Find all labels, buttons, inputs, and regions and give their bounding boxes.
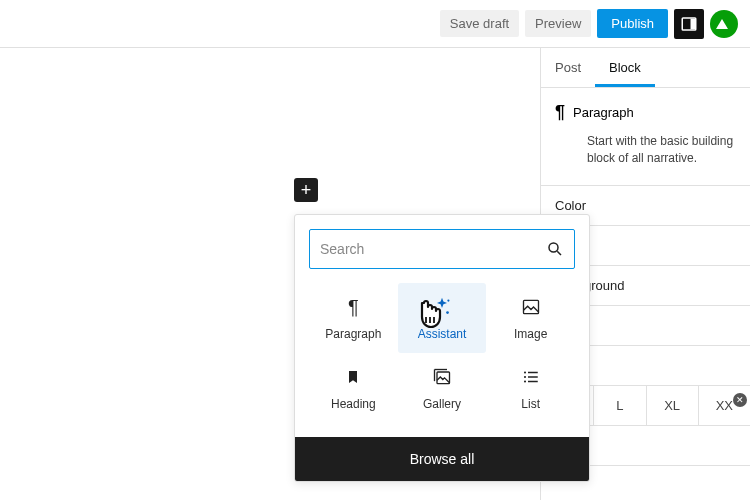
size-l[interactable]: L — [593, 386, 645, 426]
svg-rect-1 — [691, 18, 696, 29]
svg-point-13 — [524, 380, 526, 382]
block-list[interactable]: List — [486, 353, 575, 423]
svg-point-11 — [524, 371, 526, 373]
browse-all-button[interactable]: Browse all — [295, 437, 589, 481]
block-grid: ¶ Paragraph Assistant Image Heading Ga — [295, 283, 589, 437]
search-icon — [546, 240, 564, 258]
svg-point-5 — [446, 311, 449, 314]
preview-button[interactable]: Preview — [525, 10, 591, 37]
jetpack-icon[interactable] — [710, 10, 738, 38]
close-icon[interactable]: ✕ — [733, 393, 747, 407]
block-label: Paragraph — [325, 327, 381, 341]
svg-rect-6 — [523, 300, 538, 313]
block-title: Paragraph — [573, 105, 634, 120]
list-icon — [521, 365, 541, 389]
publish-button[interactable]: Publish — [597, 9, 668, 38]
image-icon — [520, 295, 542, 319]
block-search-input[interactable] — [320, 241, 546, 257]
block-description: Start with the basic building block of a… — [587, 133, 736, 167]
svg-line-3 — [557, 251, 561, 255]
block-label: Heading — [331, 397, 376, 411]
tab-post[interactable]: Post — [541, 48, 595, 87]
block-ai-assistant[interactable]: Assistant — [398, 283, 487, 353]
bookmark-icon — [345, 365, 361, 389]
block-label: Assistant — [418, 327, 467, 341]
svg-point-12 — [524, 376, 526, 378]
save-draft-button[interactable]: Save draft — [440, 10, 519, 37]
block-gallery[interactable]: Gallery — [398, 353, 487, 423]
svg-point-4 — [447, 299, 449, 301]
plus-icon: + — [301, 181, 312, 199]
gallery-icon — [431, 365, 453, 389]
block-info-panel: ¶ Paragraph Start with the basic buildin… — [541, 88, 750, 186]
paragraph-icon: ¶ — [348, 295, 359, 319]
block-inserter-popover: ¶ Paragraph Assistant Image Heading Ga — [294, 214, 590, 482]
search-box — [309, 229, 575, 269]
settings-panel-toggle[interactable] — [674, 9, 704, 39]
block-label: List — [521, 397, 540, 411]
block-paragraph[interactable]: ¶ Paragraph — [309, 283, 398, 353]
paragraph-icon: ¶ — [555, 102, 565, 123]
editor-topbar: Save draft Preview Publish — [0, 0, 750, 48]
block-label: Gallery — [423, 397, 461, 411]
block-heading[interactable]: Heading — [309, 353, 398, 423]
size-xl[interactable]: XL — [646, 386, 698, 426]
add-block-button[interactable]: + — [294, 178, 318, 202]
sidebar-layout-icon — [680, 15, 698, 33]
tab-block[interactable]: Block — [595, 48, 655, 87]
sparkle-icon — [431, 295, 453, 319]
block-image[interactable]: Image — [486, 283, 575, 353]
sidebar-tabs: Post Block — [541, 48, 750, 88]
block-label: Image — [514, 327, 547, 341]
svg-point-2 — [549, 243, 558, 252]
